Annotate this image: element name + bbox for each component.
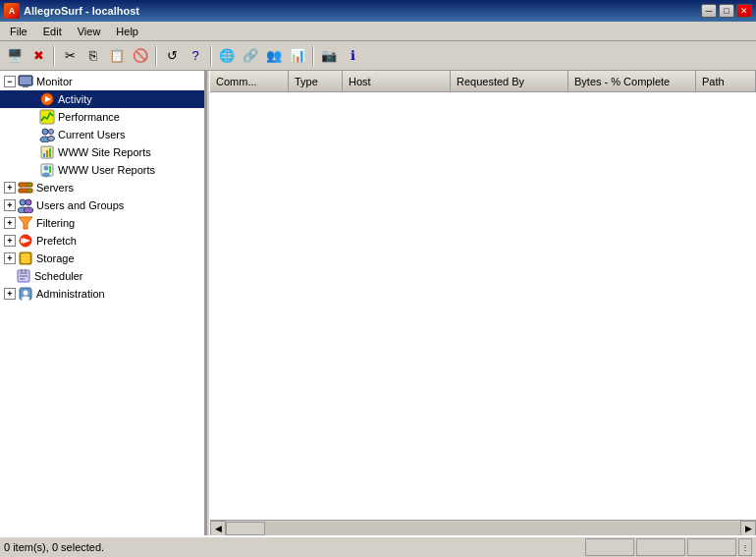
activity-label: Activity bbox=[58, 93, 92, 105]
sidebar-item-activity[interactable]: Activity bbox=[0, 90, 204, 108]
svg-point-8 bbox=[49, 130, 54, 135]
horizontal-scrollbar[interactable]: ◀ ▶ bbox=[210, 520, 756, 535]
sidebar-item-filtering[interactable]: + Filtering bbox=[0, 214, 204, 232]
servers-label: Servers bbox=[36, 182, 74, 194]
current-users-label: Current Users bbox=[58, 129, 125, 140]
user-reports-label: WWW User Reports bbox=[58, 164, 155, 176]
title-bar-left: A AllegroSurf - localhost bbox=[4, 3, 139, 19]
toolbar-info-btn[interactable]: ℹ bbox=[342, 45, 363, 67]
expand-monitor[interactable]: − bbox=[4, 76, 16, 87]
sidebar-item-users-and-groups[interactable]: + Users and Groups bbox=[0, 196, 204, 214]
scroll-left-btn[interactable]: ◀ bbox=[210, 521, 226, 536]
menu-view[interactable]: View bbox=[70, 24, 109, 39]
col-header-host[interactable]: Host bbox=[343, 71, 451, 91]
menu-bar: File Edit View Help bbox=[0, 22, 756, 41]
col-header-bytes[interactable]: Bytes - % Complete bbox=[568, 71, 696, 91]
monitor-label: Monitor bbox=[36, 76, 73, 87]
svg-rect-12 bbox=[46, 150, 48, 157]
sidebar-item-current-users[interactable]: Current Users bbox=[0, 126, 204, 143]
sidebar-item-performance[interactable]: Performance bbox=[0, 108, 204, 126]
sidebar-item-scheduler[interactable]: Scheduler bbox=[0, 267, 204, 285]
svg-point-20 bbox=[29, 184, 31, 186]
filtering-label: Filtering bbox=[36, 217, 75, 229]
sidebar-item-www-site-reports[interactable]: WWW Site Reports bbox=[0, 143, 204, 161]
main-area: − Monitor Activity bbox=[0, 71, 756, 535]
toolbar-cut-btn[interactable]: ✂ bbox=[59, 45, 81, 67]
toolbar-chart-btn[interactable]: 📊 bbox=[287, 45, 308, 67]
site-reports-icon bbox=[39, 144, 55, 160]
toolbar-stop-btn[interactable]: 🚫 bbox=[130, 45, 151, 67]
filtering-icon bbox=[18, 215, 33, 231]
performance-icon bbox=[39, 109, 55, 125]
svg-point-33 bbox=[21, 259, 30, 263]
col-header-requested-by[interactable]: Requested By bbox=[451, 71, 568, 91]
svg-rect-5 bbox=[40, 110, 54, 124]
expand-filtering[interactable]: + bbox=[4, 217, 16, 229]
status-grip: ⋮ bbox=[738, 538, 752, 556]
col-header-command[interactable]: Comm... bbox=[210, 71, 289, 91]
svg-point-15 bbox=[44, 166, 49, 171]
performance-label: Performance bbox=[58, 111, 120, 123]
status-panel-3 bbox=[687, 538, 736, 556]
close-button[interactable]: ✕ bbox=[736, 4, 752, 18]
toolbar-sep-2 bbox=[155, 46, 157, 66]
scroll-thumb[interactable] bbox=[226, 522, 265, 535]
col-header-type[interactable]: Type bbox=[289, 71, 343, 91]
menu-help[interactable]: Help bbox=[108, 24, 146, 39]
svg-point-22 bbox=[20, 199, 26, 205]
scroll-track[interactable] bbox=[226, 522, 740, 535]
minimize-button[interactable]: ─ bbox=[701, 4, 717, 18]
toolbar-network-icon[interactable]: 🌐 bbox=[216, 45, 238, 67]
servers-icon bbox=[18, 180, 33, 195]
expand-users-groups[interactable]: + bbox=[4, 199, 16, 211]
expand-administration[interactable]: + bbox=[4, 288, 16, 300]
expand-storage[interactable]: + bbox=[4, 252, 16, 264]
svg-rect-2 bbox=[20, 77, 31, 84]
toolbar-sep-4 bbox=[312, 46, 314, 66]
scheduler-label: Scheduler bbox=[34, 270, 83, 282]
activity-icon bbox=[39, 91, 55, 107]
window-title: AllegroSurf - localhost bbox=[24, 5, 139, 17]
svg-point-6 bbox=[42, 129, 48, 135]
status-panel-2 bbox=[636, 538, 685, 556]
scroll-right-btn[interactable]: ▶ bbox=[740, 521, 756, 536]
toolbar-users-btn[interactable]: 👥 bbox=[263, 45, 285, 67]
sidebar-tree: − Monitor Activity bbox=[0, 71, 206, 535]
svg-point-21 bbox=[29, 190, 31, 192]
toolbar-refresh-btn[interactable]: ↺ bbox=[161, 45, 183, 67]
svg-marker-26 bbox=[19, 217, 32, 229]
svg-rect-38 bbox=[21, 269, 23, 272]
toolbar-monitor-btn[interactable]: 🖥️ bbox=[4, 45, 26, 67]
current-users-icon bbox=[39, 127, 55, 142]
sidebar-item-servers[interactable]: + Servers bbox=[0, 179, 204, 196]
toolbar-delete-btn[interactable]: ✖ bbox=[27, 45, 49, 67]
sidebar-item-prefetch[interactable]: + Prefetch bbox=[0, 232, 204, 250]
svg-point-42 bbox=[22, 297, 29, 302]
sidebar-item-monitor[interactable]: − Monitor bbox=[0, 73, 204, 90]
storage-icon bbox=[18, 251, 33, 266]
status-text: 0 item(s), 0 selected. bbox=[4, 541, 104, 553]
menu-edit[interactable]: Edit bbox=[35, 24, 70, 39]
menu-file[interactable]: File bbox=[2, 24, 35, 39]
toolbar-camera-btn[interactable]: 📷 bbox=[318, 45, 340, 67]
toolbar-paste-btn[interactable]: 📋 bbox=[106, 45, 128, 67]
col-header-path[interactable]: Path bbox=[696, 71, 756, 91]
site-reports-label: WWW Site Reports bbox=[58, 146, 151, 158]
svg-rect-13 bbox=[49, 148, 51, 157]
toolbar-link-btn[interactable]: 🔗 bbox=[240, 45, 261, 67]
sidebar-item-storage[interactable]: + Storage bbox=[0, 250, 204, 267]
prefetch-icon bbox=[18, 233, 33, 249]
expand-servers[interactable]: + bbox=[4, 182, 16, 194]
toolbar-copy-btn[interactable]: ⎘ bbox=[82, 45, 104, 67]
sidebar-item-administration[interactable]: + Administration bbox=[0, 285, 204, 303]
svg-rect-11 bbox=[43, 153, 45, 157]
maximize-button[interactable]: □ bbox=[719, 4, 734, 18]
expand-prefetch[interactable]: + bbox=[4, 235, 16, 247]
toolbar-help-btn[interactable]: ? bbox=[185, 45, 206, 67]
svg-rect-39 bbox=[25, 269, 27, 272]
status-panel-1 bbox=[585, 538, 634, 556]
sidebar-item-www-user-reports[interactable]: WWW User Reports bbox=[0, 161, 204, 179]
prefetch-label: Prefetch bbox=[36, 235, 77, 247]
column-headers: Comm... Type Host Requested By Bytes - %… bbox=[210, 71, 756, 92]
svg-point-9 bbox=[48, 137, 55, 141]
